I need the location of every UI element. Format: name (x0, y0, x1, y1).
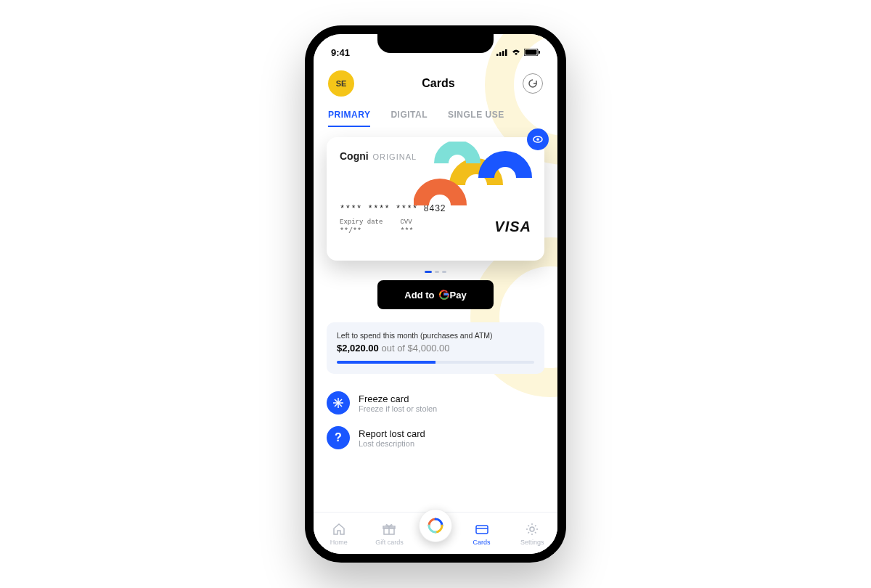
spend-limit: $4,000.00 (408, 343, 450, 354)
svg-rect-6 (539, 51, 540, 54)
content-area: Cogni ORIGINAL **** **** **** 8432 Expir… (314, 127, 557, 512)
option-title: Report lost card (359, 428, 425, 439)
google-g-icon (439, 290, 449, 300)
question-icon: ? (327, 426, 350, 449)
snowflake-icon (327, 391, 350, 415)
pager-dot[interactable] (425, 271, 432, 273)
pager-dot[interactable] (435, 271, 439, 273)
card-network: VISA (494, 219, 531, 235)
svg-point-18 (530, 527, 534, 531)
nav-label: Settings (520, 539, 544, 546)
option-report-lost[interactable]: ? Report lost card Lost description (327, 420, 544, 455)
expiry-value: **/** (340, 227, 361, 235)
cvv-value: *** (400, 227, 413, 235)
svg-rect-0 (496, 54, 499, 56)
nav-settings[interactable]: Settings (511, 521, 553, 546)
svg-rect-1 (499, 52, 502, 56)
card-icon (474, 521, 490, 537)
spend-label: Left to spend this month (purchases and … (337, 331, 534, 340)
svg-rect-2 (502, 51, 504, 56)
add-to-gpay-button[interactable]: Add to Pay (377, 280, 494, 309)
expiry-label: Expiry date (340, 219, 383, 226)
pager-dot[interactable] (442, 271, 446, 273)
tab-digital[interactable]: DIGITAL (390, 110, 428, 127)
payment-card[interactable]: Cogni ORIGINAL **** **** **** 8432 Expir… (327, 137, 544, 261)
battery-icon (524, 49, 540, 56)
tab-bar: PRIMARY DIGITAL SINGLE USE (314, 104, 557, 127)
phone-frame: 9:41 SE Cards PRIMARY DIGITAL SINGLE USE (305, 25, 566, 563)
page-title: Cards (422, 77, 454, 90)
card-variant: ORIGINAL (373, 152, 417, 161)
gear-icon (524, 521, 540, 537)
header: SE Cards (314, 63, 557, 104)
bottom-nav: Home Gift cards Cards (314, 512, 557, 554)
nav-label: Cards (473, 539, 491, 546)
fab-logo-icon (426, 516, 445, 535)
spend-limit-panel[interactable]: Left to spend this month (purchases and … (327, 322, 544, 374)
nav-label: Home (330, 539, 348, 546)
signal-icon (496, 49, 508, 56)
nav-fab[interactable] (419, 509, 452, 542)
spend-amount: $2,020.00 out of $4,000.00 (337, 343, 534, 354)
nav-cards[interactable]: Cards (461, 521, 503, 546)
avatar[interactable]: SE (328, 70, 354, 97)
nav-home[interactable]: Home (318, 521, 360, 546)
gpay-suffix: Pay (450, 290, 467, 301)
tab-primary[interactable]: PRIMARY (328, 110, 370, 127)
option-title: Freeze card (359, 393, 437, 404)
card-meta: Expiry date **/** CVV *** VISA (340, 219, 531, 235)
nav-label: Gift cards (375, 539, 404, 546)
gpay-logo: Pay (439, 290, 467, 301)
status-time: 9:41 (331, 47, 350, 58)
tab-single-use[interactable]: SINGLE USE (448, 110, 504, 127)
spend-out-of: out of (379, 343, 408, 354)
status-indicators (496, 49, 540, 56)
cvv-label: CVV (400, 219, 413, 226)
svg-rect-3 (505, 49, 507, 56)
card-brand-name: Cogni (340, 150, 369, 162)
svg-rect-5 (526, 50, 537, 55)
spend-progress (337, 361, 534, 364)
wifi-icon (511, 49, 521, 56)
spend-remaining: $2,020.00 (337, 343, 379, 354)
option-desc: Lost description (359, 439, 425, 448)
refresh-button[interactable] (523, 73, 543, 94)
app-screen: 9:41 SE Cards PRIMARY DIGITAL SINGLE USE (314, 34, 557, 554)
card-options: Freeze card Freeze if lost or stolen ? R… (327, 385, 544, 455)
option-desc: Freeze if lost or stolen (359, 404, 437, 413)
home-icon (331, 521, 347, 537)
gpay-prefix: Add to (404, 290, 434, 301)
spend-progress-fill (337, 361, 436, 364)
card-pager (327, 271, 544, 273)
option-freeze-card[interactable]: Freeze card Freeze if lost or stolen (327, 385, 544, 420)
card-artwork (414, 142, 537, 207)
nav-gift-cards[interactable]: Gift cards (368, 521, 410, 546)
gift-icon (381, 521, 397, 537)
refresh-icon (528, 78, 538, 89)
svg-point-8 (536, 138, 539, 141)
svg-rect-16 (476, 526, 488, 534)
phone-notch (377, 33, 494, 53)
